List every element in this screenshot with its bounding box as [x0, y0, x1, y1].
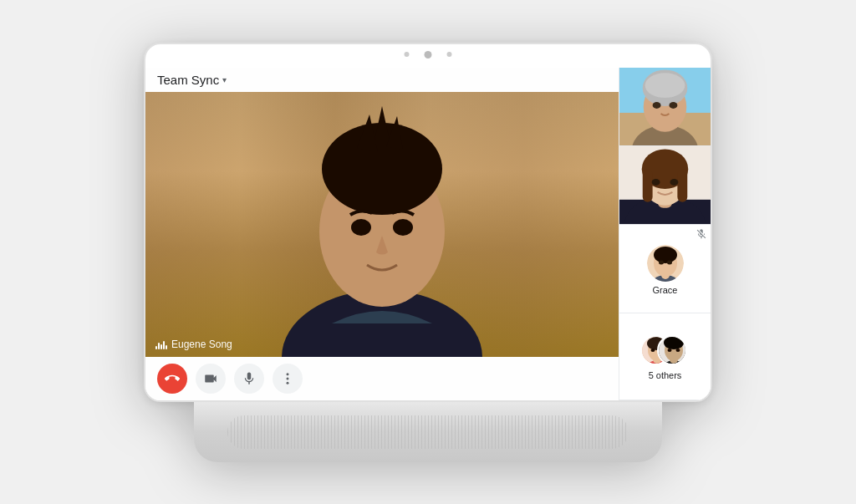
- speaker-base: [194, 402, 662, 462]
- grace-avatar: [647, 245, 684, 282]
- grace-avatar-shape: [647, 245, 684, 282]
- mic-icon: [242, 371, 257, 386]
- participant-tile-others[interactable]: 5 others: [619, 313, 711, 400]
- speaker-name: Eugene Song: [171, 339, 232, 350]
- main-area: Team Sync ▾: [145, 68, 619, 400]
- svg-point-20: [669, 102, 677, 109]
- meeting-dropdown-icon[interactable]: ▾: [222, 75, 227, 84]
- camera-icon: [203, 371, 218, 386]
- participants-sidebar: Grace: [619, 68, 711, 400]
- mute-icon-grace: [696, 228, 707, 242]
- svg-point-18: [645, 73, 685, 98]
- svg-point-10: [287, 377, 289, 379]
- camera: [425, 51, 432, 59]
- participant-tile-grace[interactable]: Grace: [619, 225, 711, 313]
- end-call-icon: [165, 371, 180, 386]
- svg-point-9: [287, 373, 289, 375]
- svg-rect-27: [643, 169, 653, 202]
- end-call-button[interactable]: [157, 364, 187, 394]
- svg-point-19: [653, 102, 661, 109]
- svg-point-30: [670, 179, 678, 186]
- screen-content: Team Sync ▾: [145, 68, 711, 400]
- google-nest-hub: Team Sync ▾: [144, 43, 712, 462]
- svg-point-50: [667, 349, 671, 352]
- participant-2-shape: [619, 146, 711, 224]
- camera-toggle-button[interactable]: [196, 364, 226, 394]
- title-bar: Team Sync ▾: [145, 68, 619, 92]
- participant-1-video: [619, 68, 711, 145]
- main-video: Eugene Song: [145, 92, 619, 357]
- sensor-bar: [405, 51, 452, 59]
- audio-indicator: [155, 339, 167, 349]
- svg-point-8: [393, 219, 413, 236]
- others-avatars: [640, 333, 690, 367]
- svg-rect-28: [677, 169, 687, 202]
- screen: Team Sync ▾: [144, 43, 712, 402]
- mic-toggle-button[interactable]: [234, 364, 264, 394]
- more-options-icon: [280, 371, 295, 386]
- sensor-right: [447, 52, 452, 57]
- speaker-name-label: Eugene Song: [155, 339, 232, 350]
- speaker-grille: [227, 415, 629, 449]
- svg-point-7: [351, 219, 371, 236]
- svg-point-37: [667, 261, 672, 265]
- others-avatar-2: [657, 335, 687, 365]
- svg-point-36: [659, 261, 664, 265]
- participant-2-video: [619, 146, 711, 224]
- others-count-label: 5 others: [649, 370, 682, 380]
- grace-name: Grace: [653, 285, 678, 295]
- more-options-button[interactable]: [273, 364, 303, 394]
- sensor-left: [405, 52, 410, 57]
- svg-point-43: [650, 349, 655, 352]
- svg-point-51: [675, 349, 680, 352]
- svg-point-11: [287, 381, 289, 384]
- svg-point-29: [652, 179, 660, 186]
- meeting-title: Team Sync: [157, 73, 219, 87]
- participant-1-shape: [619, 68, 711, 145]
- main-speaker-shape: [248, 98, 516, 357]
- svg-point-35: [654, 247, 677, 263]
- participant-tile-1[interactable]: [619, 68, 711, 146]
- participant-tile-2[interactable]: [619, 146, 711, 225]
